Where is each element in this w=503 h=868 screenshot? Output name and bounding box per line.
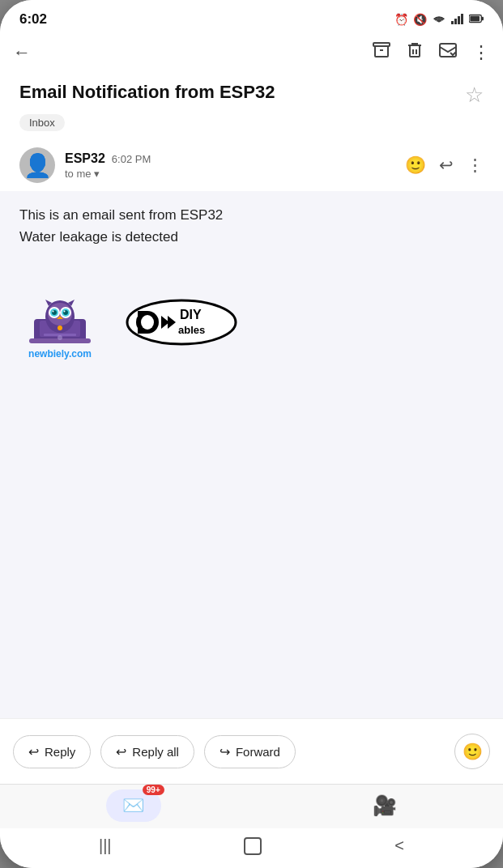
email-header: Email Notification from ESP32 ☆ Inbox (0, 71, 503, 139)
recents-icon[interactable]: ||| (99, 836, 112, 855)
toolbar: ← ⋮ (0, 34, 503, 71)
status-time: 6:02 (19, 11, 47, 28)
avatar-icon: 👤 (23, 152, 52, 179)
alarm-icon: ⏰ (394, 13, 408, 26)
reply-all-btn-label: Reply all (132, 745, 179, 759)
more-vert-icon[interactable]: ⋮ (472, 42, 490, 63)
sender-name: ESP32 (65, 151, 105, 166)
home-icon[interactable] (244, 837, 262, 855)
newbiely-logo: newbiely.com (28, 288, 92, 360)
sender-name-row: ESP32 6:02 PM (65, 151, 405, 166)
svg-rect-6 (470, 16, 480, 21)
reply-all-btn-icon: ↩ (116, 744, 126, 760)
sender-row: 👤 ESP32 6:02 PM to me ▾ 🙂 ↩ ⋮ (0, 139, 503, 191)
sender-chevron: ▾ (94, 168, 100, 180)
email-subject-row: Email Notification from ESP32 ☆ (19, 81, 484, 108)
svg-point-26 (64, 311, 66, 313)
sender-to-label: to me (65, 168, 92, 180)
star-icon[interactable]: ☆ (465, 83, 484, 108)
sender-time: 6:02 PM (112, 153, 151, 165)
action-buttons: ↩ Reply ↩ Reply all ↪ Forward 🙂 (0, 718, 503, 784)
svg-point-16 (58, 335, 62, 340)
svg-rect-1 (454, 19, 457, 24)
mail-badge: 99+ (143, 785, 164, 795)
email-subject: Email Notification from ESP32 (19, 81, 457, 104)
back-button[interactable]: ← (13, 42, 31, 63)
mail-nav-item[interactable]: ✉️ 99+ (106, 789, 161, 822)
archive-icon[interactable] (372, 40, 391, 65)
email-text-content: This is an email sent from ESP32Water le… (19, 207, 223, 245)
forward-btn-icon: ↪ (220, 744, 230, 760)
delete-icon[interactable] (406, 40, 424, 65)
mail-nav-icon: ✉️ (122, 795, 144, 816)
sender-actions: 🙂 ↩ ⋮ (405, 155, 484, 175)
reply-icon[interactable]: ↩ (439, 155, 454, 175)
svg-point-30 (58, 326, 62, 330)
emoji-btn-icon: 🙂 (463, 742, 483, 761)
system-back-icon[interactable]: < (394, 836, 404, 855)
svg-text:ables: ables (178, 324, 205, 336)
svg-rect-8 (410, 45, 420, 57)
owl-svg (28, 288, 92, 345)
mute-icon: 🔇 (413, 13, 427, 26)
reply-btn-label: Reply (45, 745, 75, 759)
svg-rect-2 (458, 16, 460, 24)
forward-button[interactable]: ↪ Forward (204, 735, 296, 768)
email-body: This is an email sent from ESP32Water le… (0, 191, 503, 718)
battery-icon (469, 13, 484, 26)
sender-more-icon[interactable]: ⋮ (467, 155, 484, 175)
emoji-btn[interactable]: 🙂 (454, 734, 490, 769)
phone-container: 6:02 ⏰ 🔇 ← (0, 0, 503, 868)
svg-rect-3 (461, 14, 463, 24)
svg-point-22 (53, 311, 54, 313)
status-icons: ⏰ 🔇 (394, 13, 484, 27)
diyables-logo: DIY ables (125, 298, 238, 350)
video-nav-icon[interactable]: 🎥 (373, 794, 397, 817)
sender-to-row[interactable]: to me ▾ (65, 168, 405, 180)
newbiely-site-label: newbiely.com (28, 348, 92, 360)
avatar: 👤 (19, 147, 55, 183)
sender-info: ESP32 6:02 PM to me ▾ (65, 151, 405, 180)
svg-text:DIY: DIY (180, 308, 202, 321)
reply-all-button[interactable]: ↩ Reply all (100, 735, 194, 768)
reply-button[interactable]: ↩ Reply (13, 735, 91, 768)
forward-btn-label: Forward (236, 745, 280, 759)
svg-rect-5 (481, 17, 484, 21)
emoji-reaction-icon[interactable]: 🙂 (405, 155, 426, 175)
system-nav: ||| < (0, 828, 503, 868)
logo-area: newbiely.com DIY ables (19, 272, 484, 376)
reply-btn-icon: ↩ (28, 744, 39, 760)
email-text: This is an email sent from ESP32Water le… (19, 204, 484, 248)
svg-point-34 (141, 315, 154, 330)
mark-email-icon[interactable] (438, 41, 458, 64)
signal-icon (451, 13, 464, 27)
wifi-icon (432, 13, 446, 27)
status-bar: 6:02 ⏰ 🔇 (0, 0, 503, 34)
svg-rect-0 (451, 21, 454, 24)
bottom-nav: ✉️ 99+ 🎥 (0, 784, 503, 828)
toolbar-actions: ⋮ (372, 40, 490, 65)
svg-rect-7 (373, 43, 390, 46)
inbox-badge: Inbox (19, 114, 65, 131)
